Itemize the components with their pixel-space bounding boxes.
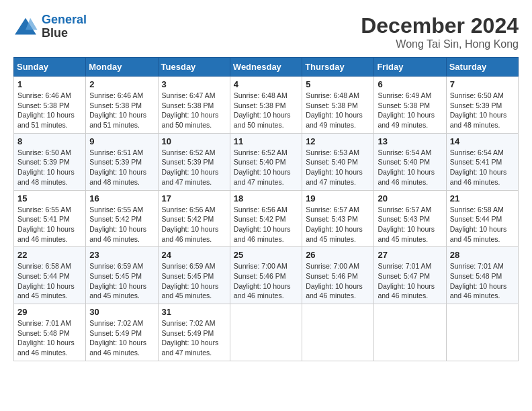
day-cell: 30 Sunrise: 7:02 AM Sunset: 5:49 PM Dayl… bbox=[86, 304, 158, 361]
day-cell: 22 Sunrise: 6:58 AM Sunset: 5:44 PM Dayl… bbox=[14, 247, 86, 304]
day-header-wednesday: Wednesday bbox=[230, 58, 302, 77]
day-info: Sunrise: 6:46 AM Sunset: 5:38 PM Dayligh… bbox=[17, 91, 82, 130]
day-info: Sunrise: 6:46 AM Sunset: 5:38 PM Dayligh… bbox=[89, 91, 154, 130]
day-cell: 26 Sunrise: 7:00 AM Sunset: 5:46 PM Dayl… bbox=[302, 247, 374, 304]
day-number: 25 bbox=[234, 250, 298, 260]
day-cell: 19 Sunrise: 6:57 AM Sunset: 5:43 PM Dayl… bbox=[302, 190, 374, 247]
day-info: Sunrise: 7:02 AM Sunset: 5:49 PM Dayligh… bbox=[162, 318, 226, 358]
day-number: 28 bbox=[450, 250, 515, 260]
day-cell bbox=[374, 304, 446, 361]
day-header-thursday: Thursday bbox=[302, 58, 374, 77]
logo-line2: Blue bbox=[42, 27, 87, 40]
day-number: 18 bbox=[234, 193, 298, 203]
day-number: 22 bbox=[17, 250, 82, 260]
day-header-friday: Friday bbox=[374, 58, 446, 77]
day-cell: 15 Sunrise: 6:55 AM Sunset: 5:41 PM Dayl… bbox=[14, 190, 86, 247]
day-info: Sunrise: 6:52 AM Sunset: 5:40 PM Dayligh… bbox=[234, 148, 298, 187]
day-cell: 18 Sunrise: 6:56 AM Sunset: 5:42 PM Dayl… bbox=[230, 190, 302, 247]
day-header-sunday: Sunday bbox=[14, 58, 86, 77]
day-cell: 16 Sunrise: 6:55 AM Sunset: 5:42 PM Dayl… bbox=[86, 190, 158, 247]
day-info: Sunrise: 6:58 AM Sunset: 5:44 PM Dayligh… bbox=[17, 261, 82, 301]
day-number: 29 bbox=[17, 307, 82, 317]
day-cell bbox=[446, 304, 518, 361]
day-info: Sunrise: 7:02 AM Sunset: 5:49 PM Dayligh… bbox=[89, 318, 154, 358]
day-number: 2 bbox=[89, 79, 154, 89]
day-number: 31 bbox=[162, 307, 226, 317]
day-number: 30 bbox=[89, 307, 154, 317]
day-info: Sunrise: 6:55 AM Sunset: 5:41 PM Dayligh… bbox=[17, 205, 82, 244]
day-cell: 5 Sunrise: 6:48 AM Sunset: 5:38 PM Dayli… bbox=[302, 77, 374, 134]
day-cell: 9 Sunrise: 6:51 AM Sunset: 5:39 PM Dayli… bbox=[86, 133, 158, 190]
logo-line1: General bbox=[42, 13, 87, 26]
day-info: Sunrise: 6:48 AM Sunset: 5:38 PM Dayligh… bbox=[306, 91, 370, 130]
day-cell: 29 Sunrise: 7:01 AM Sunset: 5:48 PM Dayl… bbox=[14, 304, 86, 361]
day-info: Sunrise: 6:54 AM Sunset: 5:41 PM Dayligh… bbox=[450, 148, 515, 187]
day-cell: 4 Sunrise: 6:48 AM Sunset: 5:38 PM Dayli… bbox=[230, 77, 302, 134]
day-info: Sunrise: 6:53 AM Sunset: 5:40 PM Dayligh… bbox=[306, 148, 370, 187]
day-cell: 20 Sunrise: 6:57 AM Sunset: 5:43 PM Dayl… bbox=[374, 190, 446, 247]
day-number: 11 bbox=[234, 136, 298, 146]
day-number: 4 bbox=[234, 79, 298, 89]
day-info: Sunrise: 6:52 AM Sunset: 5:39 PM Dayligh… bbox=[162, 148, 226, 187]
day-info: Sunrise: 6:50 AM Sunset: 5:39 PM Dayligh… bbox=[450, 91, 515, 130]
day-info: Sunrise: 7:01 AM Sunset: 5:48 PM Dayligh… bbox=[450, 261, 515, 301]
month-title: December 2024 bbox=[361, 13, 519, 38]
day-number: 10 bbox=[162, 136, 226, 146]
day-number: 3 bbox=[162, 79, 226, 89]
day-cell: 11 Sunrise: 6:52 AM Sunset: 5:40 PM Dayl… bbox=[230, 133, 302, 190]
day-number: 14 bbox=[450, 136, 515, 146]
day-cell: 24 Sunrise: 6:59 AM Sunset: 5:45 PM Dayl… bbox=[158, 247, 230, 304]
day-cell: 10 Sunrise: 6:52 AM Sunset: 5:39 PM Dayl… bbox=[158, 133, 230, 190]
day-cell: 7 Sunrise: 6:50 AM Sunset: 5:39 PM Dayli… bbox=[446, 77, 518, 134]
week-row-2: 8 Sunrise: 6:50 AM Sunset: 5:39 PM Dayli… bbox=[14, 133, 519, 190]
day-info: Sunrise: 6:55 AM Sunset: 5:42 PM Dayligh… bbox=[89, 205, 154, 244]
day-info: Sunrise: 6:47 AM Sunset: 5:38 PM Dayligh… bbox=[162, 91, 226, 130]
title-area: December 2024 Wong Tai Sin, Hong Kong bbox=[361, 13, 519, 50]
day-cell: 14 Sunrise: 6:54 AM Sunset: 5:41 PM Dayl… bbox=[446, 133, 518, 190]
day-info: Sunrise: 6:59 AM Sunset: 5:45 PM Dayligh… bbox=[89, 261, 154, 301]
week-row-1: 1 Sunrise: 6:46 AM Sunset: 5:38 PM Dayli… bbox=[14, 77, 519, 134]
day-info: Sunrise: 7:00 AM Sunset: 5:46 PM Dayligh… bbox=[234, 261, 298, 301]
day-number: 7 bbox=[450, 79, 515, 89]
day-info: Sunrise: 6:57 AM Sunset: 5:43 PM Dayligh… bbox=[306, 205, 370, 244]
day-cell: 28 Sunrise: 7:01 AM Sunset: 5:48 PM Dayl… bbox=[446, 247, 518, 304]
day-cell: 13 Sunrise: 6:54 AM Sunset: 5:40 PM Dayl… bbox=[374, 133, 446, 190]
location-title: Wong Tai Sin, Hong Kong bbox=[361, 38, 519, 50]
day-number: 12 bbox=[306, 136, 370, 146]
day-info: Sunrise: 6:49 AM Sunset: 5:38 PM Dayligh… bbox=[378, 91, 442, 130]
day-info: Sunrise: 7:01 AM Sunset: 5:47 PM Dayligh… bbox=[378, 261, 442, 301]
logo: General Blue bbox=[13, 13, 87, 40]
logo-icon bbox=[13, 17, 38, 37]
day-number: 17 bbox=[162, 193, 226, 203]
week-row-4: 22 Sunrise: 6:58 AM Sunset: 5:44 PM Dayl… bbox=[14, 247, 519, 304]
day-number: 8 bbox=[17, 136, 82, 146]
day-info: Sunrise: 6:58 AM Sunset: 5:44 PM Dayligh… bbox=[450, 205, 515, 244]
day-header-tuesday: Tuesday bbox=[158, 58, 230, 77]
day-number: 9 bbox=[89, 136, 154, 146]
days-header-row: SundayMondayTuesdayWednesdayThursdayFrid… bbox=[14, 58, 519, 77]
week-row-5: 29 Sunrise: 7:01 AM Sunset: 5:48 PM Dayl… bbox=[14, 304, 519, 361]
day-cell: 23 Sunrise: 6:59 AM Sunset: 5:45 PM Dayl… bbox=[86, 247, 158, 304]
day-cell: 25 Sunrise: 7:00 AM Sunset: 5:46 PM Dayl… bbox=[230, 247, 302, 304]
day-cell: 27 Sunrise: 7:01 AM Sunset: 5:47 PM Dayl… bbox=[374, 247, 446, 304]
day-info: Sunrise: 6:57 AM Sunset: 5:43 PM Dayligh… bbox=[378, 205, 442, 244]
day-number: 13 bbox=[378, 136, 442, 146]
day-info: Sunrise: 6:51 AM Sunset: 5:39 PM Dayligh… bbox=[89, 148, 154, 187]
day-number: 27 bbox=[378, 250, 442, 260]
day-info: Sunrise: 6:48 AM Sunset: 5:38 PM Dayligh… bbox=[234, 91, 298, 130]
day-number: 5 bbox=[306, 79, 370, 89]
day-number: 16 bbox=[89, 193, 154, 203]
day-info: Sunrise: 6:54 AM Sunset: 5:40 PM Dayligh… bbox=[378, 148, 442, 187]
day-number: 21 bbox=[450, 193, 515, 203]
calendar-table: SundayMondayTuesdayWednesdayThursdayFrid… bbox=[13, 57, 519, 361]
day-number: 20 bbox=[378, 193, 442, 203]
day-header-saturday: Saturday bbox=[446, 58, 518, 77]
week-row-3: 15 Sunrise: 6:55 AM Sunset: 5:41 PM Dayl… bbox=[14, 190, 519, 247]
day-number: 15 bbox=[17, 193, 82, 203]
day-cell: 17 Sunrise: 6:56 AM Sunset: 5:42 PM Dayl… bbox=[158, 190, 230, 247]
day-cell: 2 Sunrise: 6:46 AM Sunset: 5:38 PM Dayli… bbox=[86, 77, 158, 134]
day-info: Sunrise: 6:56 AM Sunset: 5:42 PM Dayligh… bbox=[162, 205, 226, 244]
day-number: 1 bbox=[17, 79, 82, 89]
day-cell: 21 Sunrise: 6:58 AM Sunset: 5:44 PM Dayl… bbox=[446, 190, 518, 247]
day-info: Sunrise: 6:50 AM Sunset: 5:39 PM Dayligh… bbox=[17, 148, 82, 187]
